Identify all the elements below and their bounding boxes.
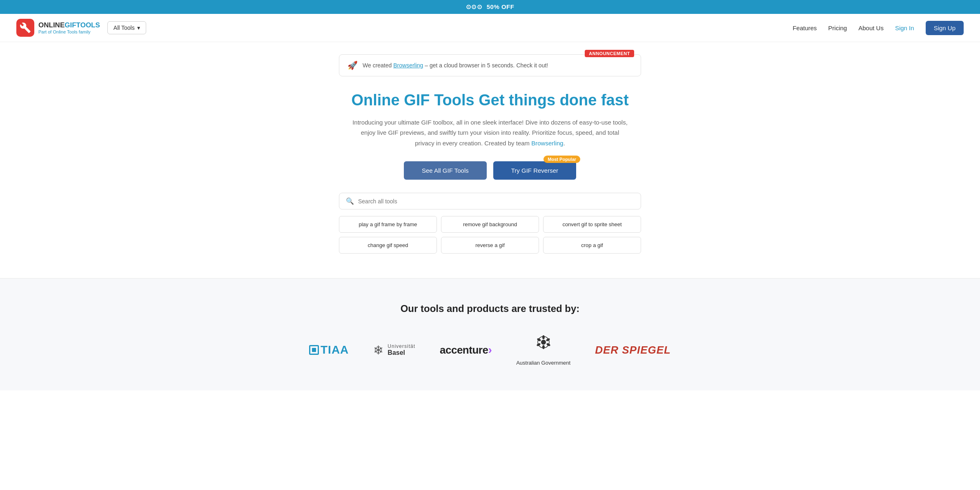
der-spiegel-logo: DER SPIEGEL <box>595 344 671 356</box>
tiaa-logo: TIAA <box>309 343 349 356</box>
trusted-section: Our tools and products are trusted by: T… <box>0 278 980 390</box>
top-banner[interactable]: ⊙⊙⊙ 50% OFF <box>0 0 980 14</box>
crest-svg <box>533 334 554 354</box>
header-nav: Features Pricing About Us Sign In Sign U… <box>793 21 964 35</box>
svg-point-7 <box>546 343 551 347</box>
svg-point-6 <box>536 343 541 347</box>
australian-government-logo: Australian Government <box>516 334 570 366</box>
hero-desc-text: Introducing your ultimate GIF toolbox, a… <box>352 119 628 147</box>
sign-in-button[interactable]: Sign In <box>895 24 914 31</box>
hero-browserling-link[interactable]: Browserling <box>531 140 563 147</box>
hero-description: Introducing your ultimate GIF toolbox, a… <box>351 117 629 149</box>
hero-desc-period: . <box>564 140 565 147</box>
accenture-text: accenture› <box>440 344 492 356</box>
svg-point-3 <box>542 345 545 349</box>
search-icon: 🔍 <box>346 197 354 205</box>
tiaa-square-icon <box>309 345 319 355</box>
rocket-icon: 🚀 <box>347 60 358 70</box>
all-tools-button[interactable]: All Tools ▾ <box>107 21 146 34</box>
uni-label: Universität <box>388 343 415 349</box>
search-input[interactable] <box>358 198 634 205</box>
uni-basel-text: Universität Basel <box>388 343 415 356</box>
hero-title-colored: Online GIF Tools <box>351 91 474 109</box>
logo-sub-link: Online Tools family <box>53 29 90 34</box>
browserling-link[interactable]: Browserling <box>393 62 423 69</box>
all-tools-label: All Tools <box>114 24 135 31</box>
tool-chips-grid: play a gif frame by frameremove gif back… <box>339 216 641 254</box>
hero-title-plain: Get things done fast <box>474 91 629 109</box>
logo-link[interactable]: ONLINEGIFTOOLS Part of Online Tools fami… <box>16 19 100 37</box>
main-content: ANNOUNCEMENT 🚀 We created Browserling – … <box>331 42 649 278</box>
announcement-bar: ANNOUNCEMENT 🚀 We created Browserling – … <box>339 54 641 76</box>
nav-features[interactable]: Features <box>793 24 817 31</box>
svg-point-1 <box>541 340 546 345</box>
aus-gov-text: Australian Government <box>516 360 570 366</box>
tool-icon <box>20 22 31 33</box>
der-spiegel-text: DER SPIEGEL <box>595 344 671 356</box>
announcement-text: We created Browserling – get a cloud bro… <box>363 62 548 69</box>
trusted-title: Our tools and products are trusted by: <box>16 303 964 314</box>
tool-chip[interactable]: change gif speed <box>339 237 437 254</box>
uni-basel-icon: ❄ <box>373 343 383 357</box>
svg-point-2 <box>542 335 545 339</box>
logo-online: ONLINE <box>38 21 65 29</box>
logo-name: ONLINEGIFTOOLS <box>38 21 100 29</box>
sign-up-button[interactable]: Sign Up <box>926 21 964 35</box>
logo-sub-text: Part of <box>38 29 53 34</box>
olympic-rings-icon: ⊙⊙⊙ <box>466 3 483 10</box>
basel-label: Basel <box>388 349 415 356</box>
announcement-suffix: – get a cloud browser in 5 seconds. Chec… <box>423 62 548 69</box>
header: ONLINEGIFTOOLS Part of Online Tools fami… <box>0 14 980 42</box>
announcement-badge: ANNOUNCEMENT <box>585 50 634 57</box>
trusted-logos: TIAA ❄ Universität Basel accenture› <box>16 334 964 366</box>
logo-gif: GIF <box>65 21 76 29</box>
try-reverser-button[interactable]: Try GIF Reverser <box>493 161 576 180</box>
logo-subtitle: Part of Online Tools family <box>38 29 100 34</box>
nav-pricing[interactable]: Pricing <box>828 24 847 31</box>
logo-icon <box>16 19 34 37</box>
uni-basel-logo: ❄ Universität Basel <box>373 343 415 357</box>
hero-title: Online GIF Tools Get things done fast <box>339 91 641 110</box>
logo-tools: TOOLS <box>76 21 100 29</box>
search-bar: 🔍 <box>339 193 641 209</box>
tool-chip[interactable]: remove gif background <box>441 216 539 233</box>
accenture-logo: accenture› <box>440 343 492 356</box>
tool-chip[interactable]: convert gif to sprite sheet <box>543 216 641 233</box>
chevron-down-icon: ▾ <box>137 24 140 31</box>
tiaa-text: TIAA <box>321 343 349 356</box>
aus-gov-crest-icon <box>533 334 554 358</box>
cta-row: See All GIF Tools Most Popular Try GIF R… <box>339 161 641 180</box>
tool-chip[interactable]: reverse a gif <box>441 237 539 254</box>
see-all-tools-button[interactable]: See All GIF Tools <box>404 161 487 180</box>
tool-chip[interactable]: play a gif frame by frame <box>339 216 437 233</box>
try-reverser-wrap: Most Popular Try GIF Reverser <box>493 161 576 180</box>
banner-text: 50% OFF <box>487 3 514 10</box>
announcement-prefix: We created <box>363 62 393 69</box>
logo-text: ONLINEGIFTOOLS Part of Online Tools fami… <box>38 21 100 34</box>
tool-chip[interactable]: crop a gif <box>543 237 641 254</box>
nav-about[interactable]: About Us <box>858 24 884 31</box>
most-popular-badge: Most Popular <box>543 156 580 163</box>
